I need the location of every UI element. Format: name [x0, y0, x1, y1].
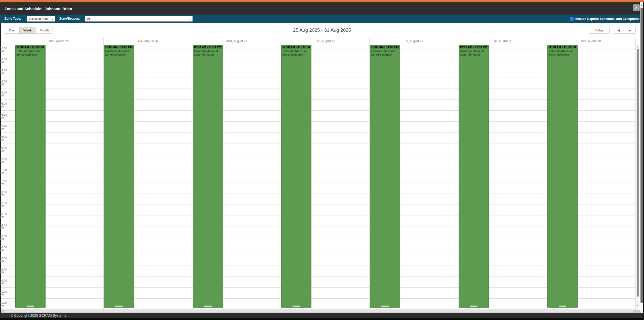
time-label: 07:00 PM: [0, 254, 13, 265]
time-label: 07:00 AM: [0, 122, 13, 133]
footer-bar: © Copyright 2025 SCRAM Systems: [0, 313, 644, 318]
page-scrollbar-thumb[interactable]: [640, 8, 643, 303]
event-title: Colorado (Account Zone) Schedule: [16, 49, 45, 57]
day-header: Fri, August 29: [370, 38, 458, 44]
scroll-up-icon[interactable]: ▲: [636, 45, 640, 48]
view-button-week[interactable]: Week: [19, 27, 36, 34]
event-time-range: 12:00 AM - 11:59 PM: [370, 45, 400, 49]
schedule-event[interactable]: 12:00 AM - 11:59 PMColorado (Account Zon…: [370, 45, 400, 308]
column-border: [458, 38, 458, 310]
close-icon: ✕: [635, 6, 638, 10]
prev-week-button[interactable]: ◀: [613, 27, 624, 34]
event-time-range: 12:00 AM - 11:59 PM: [16, 45, 45, 49]
date-navigation: ◀ ▶: [613, 27, 636, 34]
include-expired-label: Include Expired Schedules and Exceptions: [575, 17, 639, 21]
column-border: [369, 38, 370, 310]
time-label: 02:00 PM: [0, 199, 13, 210]
time-label: 05:00 PM: [0, 232, 13, 243]
next-week-button[interactable]: ▶: [624, 27, 636, 34]
event-time-range: 12:00 AM - 11:59 PM: [281, 45, 311, 49]
time-label: 08:00 AM: [0, 133, 13, 144]
calendar-vertical-scrollbar[interactable]: ▲ ▼: [636, 44, 639, 310]
time-label: 11:00 AM: [0, 166, 13, 177]
view-button-month[interactable]: Month: [36, 27, 53, 34]
event-time-range: 12:00 AM - 11:59 PM: [104, 45, 134, 49]
time-label: 09:00 PM: [0, 277, 13, 288]
event-title: Colorado (Account Zone) Schedule: [104, 49, 134, 57]
schedule-event[interactable]: 12:00 AM - 11:59 PMColorado (Account Zon…: [193, 45, 223, 308]
zone-beacon-select[interactable]: All: [85, 16, 193, 22]
event-resize-handle[interactable]: [470, 305, 477, 307]
today-button[interactable]: Today: [589, 27, 610, 34]
event-title: Colorado (Account Zone) Schedule: [281, 49, 311, 57]
day-header: Mon, August 25: [15, 38, 103, 44]
event-time-range: 12:00 AM - 11:59 PM: [193, 45, 223, 49]
time-label: 10:00 AM: [0, 155, 13, 166]
window-border-bottom: [0, 318, 644, 320]
zone-type-select[interactable]: Inclusion Zone: [27, 16, 55, 22]
time-label: 01:00 PM: [0, 188, 13, 199]
view-button-day[interactable]: Day: [4, 27, 20, 34]
copyright-text: © Copyright 2025 SCRAM Systems: [11, 313, 66, 318]
schedule-event[interactable]: 12:00 AM - 11:59 PMColorado (Account Zon…: [15, 45, 46, 308]
checkbox-checked-icon[interactable]: ✓: [570, 17, 574, 21]
event-resize-handle[interactable]: [381, 305, 389, 307]
event-resize-handle[interactable]: [559, 305, 566, 307]
scroll-down-icon[interactable]: ▼: [636, 304, 640, 307]
column-border: [192, 38, 192, 310]
scroll-up-icon[interactable]: ▲: [640, 4, 643, 7]
date-range-title: 25 Aug 2025 - 31 Aug 2025: [293, 27, 351, 33]
day-header: Sun, August 31: [547, 38, 635, 44]
time-label: 11:00 PM: [0, 299, 13, 310]
column-border: [103, 38, 104, 310]
event-resize-handle[interactable]: [27, 305, 34, 307]
check-icon: ✓: [571, 17, 573, 20]
zones-schedule-window: Zones and Schedule: Johnson, Brian ✕ Zon…: [0, 0, 644, 320]
zone-type-label: Zone Type:: [5, 15, 21, 23]
event-title: Colorado (Account Zone) Schedule: [548, 49, 577, 57]
event-resize-handle[interactable]: [293, 305, 300, 307]
column-border: [15, 38, 15, 310]
schedule-event[interactable]: 12:00 AM - 11:59 PMColorado (Account Zon…: [459, 45, 489, 308]
time-label: 06:00 PM: [0, 243, 13, 254]
view-switcher: DayWeekMonth: [4, 27, 53, 34]
day-header: Wed, August 27: [192, 38, 281, 44]
column-border: [281, 38, 281, 310]
page-vertical-scrollbar[interactable]: ▲: [640, 2, 643, 318]
event-title: Colorado (Account Zone) Schedule: [370, 49, 400, 57]
include-expired-toggle[interactable]: ✓ Include Expired Schedules and Exceptio…: [570, 15, 639, 23]
time-label: 03:00 PM: [0, 210, 13, 221]
schedule-event[interactable]: 12:00 AM - 11:59 PMColorado (Account Zon…: [281, 45, 311, 308]
chevron-right-icon: ▶: [629, 28, 631, 32]
chevron-down-icon: [189, 18, 191, 20]
time-label: 01:00 AM: [0, 55, 13, 66]
day-header: Tue, August 26: [104, 38, 192, 44]
horizontal-scrollbar-thumb[interactable]: [4, 310, 633, 312]
horizontal-scrollbar[interactable]: [1, 310, 640, 313]
calendar-scrollbar-thumb[interactable]: [637, 49, 639, 297]
chevron-down-icon: [51, 18, 53, 20]
event-resize-handle[interactable]: [204, 305, 212, 307]
time-label: 02:00 AM: [0, 66, 13, 77]
event-title: Colorado (Account Zone) Schedule: [459, 49, 489, 57]
schedule-event[interactable]: 12:00 AM - 11:59 PMColorado (Account Zon…: [547, 45, 578, 308]
event-title: Colorado (Account Zone) Schedule: [193, 49, 223, 57]
schedule-event[interactable]: 12:00 AM - 11:59 PMColorado (Account Zon…: [104, 45, 134, 308]
dialog-title: Zones and Schedule: Johnson, Brian: [5, 2, 72, 15]
zone-type-value: Inclusion Zone: [29, 17, 49, 21]
column-border: [547, 38, 547, 310]
filter-bar: Zone Type: Inclusion Zone Zone/Beacon: A…: [0, 15, 644, 23]
time-label: 08:00 PM: [0, 265, 13, 277]
time-label: 12:00 AM: [0, 44, 13, 55]
time-label: 03:00 AM: [0, 77, 13, 88]
close-button[interactable]: ✕: [633, 4, 640, 11]
chevron-left-icon: ◀: [617, 28, 620, 32]
time-label: 06:00 AM: [0, 111, 13, 122]
time-label: 04:00 AM: [0, 88, 13, 100]
dialog-titlebar: Zones and Schedule: Johnson, Brian: [0, 2, 644, 15]
day-header: Thu, August 28: [281, 38, 370, 44]
event-resize-handle[interactable]: [115, 305, 123, 307]
zone-beacon-value: All: [87, 17, 90, 21]
window-accent-bar: [0, 0, 644, 2]
time-label: 12:00 PM: [0, 177, 13, 188]
